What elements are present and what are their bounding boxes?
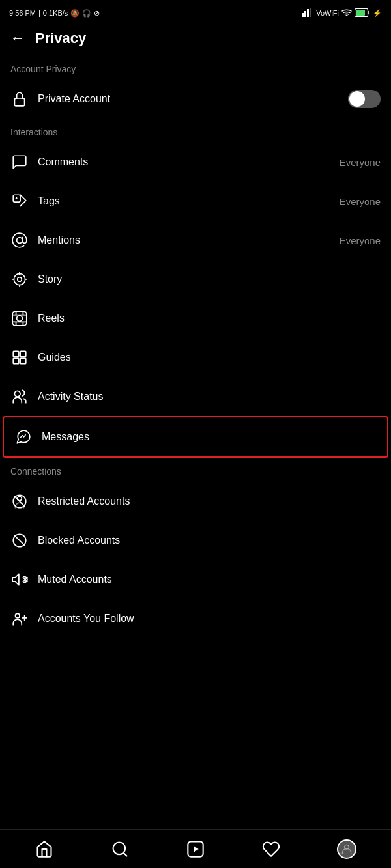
svg-rect-6: [356, 10, 365, 16]
svg-rect-1: [304, 11, 306, 17]
comments-value: Everyone: [340, 157, 381, 168]
story-icon: [10, 270, 29, 288]
svg-rect-3: [310, 8, 311, 17]
restricted-label: Restricted Accounts: [38, 496, 130, 507]
messages-row[interactable]: Messages: [3, 416, 388, 458]
mute-icon: 🔕: [70, 9, 80, 18]
svg-point-10: [17, 238, 23, 244]
tags-row[interactable]: Tags Everyone: [0, 182, 391, 221]
messages-label: Messages: [42, 431, 89, 443]
blocked-icon: [10, 531, 29, 550]
blocked-accounts-row[interactable]: Blocked Accounts: [0, 521, 391, 560]
section-connections: Connections: [0, 458, 391, 482]
mentions-label: Mentions: [38, 234, 80, 246]
svg-rect-28: [20, 358, 26, 364]
activity-status-row[interactable]: Activity Status: [0, 377, 391, 416]
dnd-icon: ⊘: [94, 9, 100, 18]
svg-point-32: [18, 496, 22, 501]
story-label: Story: [38, 273, 62, 285]
status-bar: 9:56 PM | 0.1KB/s 🔕 🎧 ⊘ VoWiFi ⚡: [0, 0, 391, 23]
wifi-icon: [341, 8, 352, 18]
following-accounts-row[interactable]: Accounts You Follow: [0, 599, 391, 638]
reels-label: Reels: [38, 313, 65, 324]
mentions-left: Mentions: [10, 231, 80, 249]
comments-left: Comments: [10, 153, 88, 171]
vowifi-label: VoWiFi: [316, 9, 339, 17]
private-account-toggle[interactable]: [348, 90, 381, 108]
signal-bars: [302, 8, 313, 18]
avatar-icon: [340, 843, 353, 856]
comments-row[interactable]: Comments Everyone: [0, 143, 391, 182]
muted-label: Muted Accounts: [38, 574, 112, 585]
svg-line-41: [123, 852, 126, 856]
back-button[interactable]: ←: [10, 30, 25, 47]
reels-left: Reels: [10, 309, 65, 328]
status-left: 9:56 PM | 0.1KB/s 🔕 🎧 ⊘: [9, 9, 100, 18]
lock-icon: [10, 90, 29, 108]
nav-likes[interactable]: [255, 833, 287, 865]
svg-point-9: [16, 197, 18, 199]
private-account-label: Private Account: [38, 93, 110, 105]
restricted-icon: [10, 492, 29, 511]
guides-left: Guides: [10, 348, 71, 367]
following-icon: [10, 609, 29, 628]
svg-point-12: [18, 277, 22, 282]
tags-value: Everyone: [340, 196, 381, 207]
svg-rect-7: [14, 98, 24, 106]
page-title: Privacy: [35, 30, 86, 47]
svg-point-37: [16, 613, 20, 618]
nav-profile[interactable]: [330, 833, 363, 865]
private-account-left: Private Account: [10, 90, 110, 108]
story-row[interactable]: Story: [0, 260, 391, 299]
svg-point-18: [17, 316, 23, 322]
comment-icon: [10, 153, 29, 171]
nav-home[interactable]: [28, 833, 61, 865]
page-header: ← Privacy: [0, 23, 391, 56]
messenger-icon: [14, 428, 33, 446]
blocked-left: Blocked Accounts: [10, 531, 120, 550]
search-icon: [111, 840, 129, 858]
toggle-knob: [349, 91, 365, 107]
bottom-navigation: [0, 829, 391, 868]
restricted-accounts-row[interactable]: Restricted Accounts: [0, 482, 391, 521]
activity-icon: [10, 387, 29, 406]
restricted-left: Restricted Accounts: [10, 492, 130, 511]
svg-rect-27: [13, 358, 19, 364]
reels-row[interactable]: Reels: [0, 299, 391, 338]
blocked-label: Blocked Accounts: [38, 535, 120, 546]
guides-row[interactable]: Guides: [0, 338, 391, 377]
svg-marker-43: [194, 846, 199, 852]
nav-search[interactable]: [104, 833, 136, 865]
section-account-privacy: Account Privacy: [0, 56, 391, 79]
svg-line-34: [14, 535, 24, 545]
svg-point-29: [14, 391, 20, 397]
status-right: VoWiFi ⚡: [302, 8, 382, 18]
svg-rect-17: [12, 311, 27, 326]
svg-rect-2: [307, 9, 309, 17]
battery-icon: [355, 8, 370, 18]
mention-icon: [10, 231, 29, 249]
guides-label: Guides: [38, 352, 71, 363]
following-label: Accounts You Follow: [38, 613, 134, 624]
tags-left: Tags: [10, 192, 60, 210]
activity-status-left: Activity Status: [10, 387, 103, 406]
mentions-row[interactable]: Mentions Everyone: [0, 221, 391, 260]
guides-icon: [10, 348, 29, 367]
reels-nav-icon: [186, 840, 205, 858]
network-info: 0.1KB/s: [43, 9, 68, 17]
bolt-icon: ⚡: [373, 9, 382, 18]
muted-left: Muted Accounts: [10, 570, 112, 589]
svg-rect-0: [302, 13, 304, 17]
headphone-icon: 🎧: [82, 9, 91, 18]
following-left: Accounts You Follow: [10, 609, 134, 628]
profile-avatar: [337, 839, 356, 859]
private-account-row[interactable]: Private Account: [0, 79, 391, 119]
mentions-value: Everyone: [340, 235, 381, 246]
reels-icon: [10, 309, 29, 328]
messages-left: Messages: [14, 428, 89, 446]
muted-accounts-row[interactable]: Muted Accounts: [0, 560, 391, 599]
nav-reels[interactable]: [179, 833, 212, 865]
muted-icon: [10, 570, 29, 589]
story-left: Story: [10, 270, 62, 288]
separator: |: [38, 9, 40, 17]
